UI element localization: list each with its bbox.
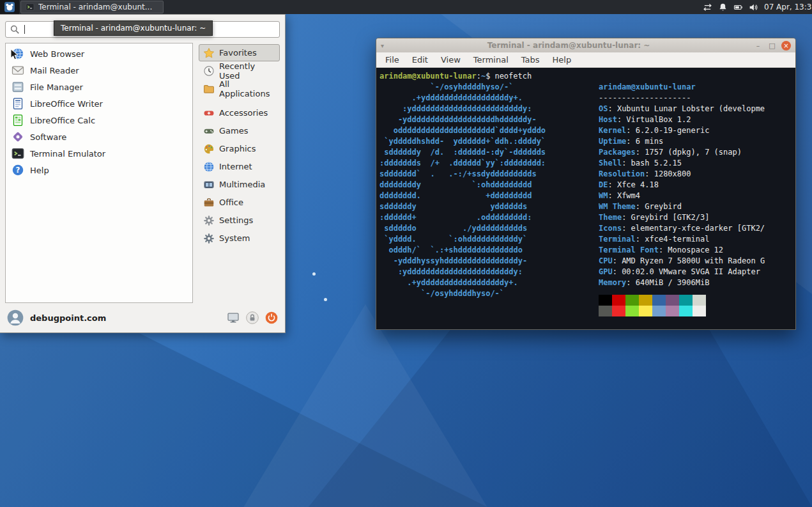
terminal-menu-view[interactable]: View (434, 54, 467, 66)
taskbar-window-button[interactable]: Terminal - arindam@xubunt... (20, 1, 164, 13)
xfce-menu-icon (4, 2, 15, 12)
category-multimedia[interactable]: Multimedia (199, 176, 280, 193)
category-label: Multimedia (219, 180, 265, 189)
neofetch-info-line: Host: VirtualBox 1.2 (599, 114, 794, 125)
minimize-button[interactable]: – (753, 41, 763, 51)
neofetch-info-line: WM: Xfwm4 (599, 191, 794, 201)
category-label: System (219, 233, 250, 243)
app-item-label: Mail Reader (30, 66, 79, 75)
palette-color (599, 295, 612, 306)
category-favorites[interactable]: Favorites (199, 44, 280, 61)
category-games[interactable]: Games (199, 122, 280, 139)
terminal-menu-tabs[interactable]: Tabs (515, 54, 546, 66)
network-icon[interactable] (703, 3, 712, 12)
app-item-label: Help (30, 166, 49, 175)
terminal-body[interactable]: arindam@xubuntu-lunar:~$neofetch `-/osyh… (376, 68, 795, 329)
app-list: Web BrowserMail ReaderFile ManagerLibreO… (5, 43, 193, 303)
applications-menu-button[interactable] (0, 0, 19, 14)
category-label: Graphics (219, 144, 256, 153)
neofetch-info-line: Icons: elementary-xfce-darker [GTK2/ (599, 223, 794, 234)
palette-color (612, 306, 625, 316)
tray-icons (703, 3, 758, 12)
app-item-terminal-emulator[interactable]: Terminal Emulator (8, 145, 190, 162)
search-tooltip: Terminal - arindam@xubuntu-lunar: ~ (54, 20, 213, 36)
prompt-separator: : (477, 72, 481, 81)
category-all-applications[interactable]: All Applications (199, 80, 280, 97)
category-settings[interactable]: Settings (199, 212, 280, 229)
window-menu-icon[interactable]: ▾ (381, 42, 384, 49)
terminal-menu-file[interactable]: File (379, 54, 406, 66)
neofetch-info-line: Kernel: 6.2.0-19-generic (599, 125, 794, 136)
terminal-menu-terminal[interactable]: Terminal (467, 54, 515, 66)
category-recently-used[interactable]: Recently Used (199, 62, 280, 79)
palette-color (693, 295, 706, 306)
neofetch-info-line: Shell: bash 5.2.15 (599, 158, 794, 169)
app-item-file-manager[interactable]: File Manager (8, 79, 190, 95)
palette-color (679, 306, 693, 316)
neofetch-info-column: arindam@xubuntu-lunar-------------------… (599, 82, 794, 316)
multimedia-icon (203, 179, 215, 191)
lock-screen-button[interactable] (246, 311, 259, 324)
app-item-label: Terminal Emulator (30, 149, 105, 159)
maximize-button[interactable]: □ (767, 41, 777, 51)
window-title: Terminal - arindam@xubuntu-lunar: ~ (388, 41, 749, 50)
palette-color (599, 306, 612, 316)
neofetch-info-line: Uptime: 6 mins (599, 136, 794, 147)
mail-reader-icon (11, 64, 24, 77)
category-system[interactable]: System (199, 230, 280, 247)
menu-footer: debugpoint.com (0, 303, 285, 332)
system-tray: 07 Apr, 13:31 (703, 0, 812, 14)
neofetch-output: `-/osyhddddhyso/-` .+ydddddddddddddddddd… (379, 82, 794, 316)
app-item-libreoffice-calc[interactable]: LibreOffice Calc (8, 112, 190, 129)
close-button[interactable]: × (781, 41, 791, 51)
whisker-menu: Web BrowserMail ReaderFile ManagerLibreO… (0, 14, 286, 333)
top-panel: Terminal - arindam@xubunt... 07 Apr, 13:… (0, 0, 812, 14)
category-office[interactable]: Office (199, 194, 280, 211)
neofetch-info-line: OS: Xubuntu Lunar Lobster (developme (599, 104, 794, 114)
clock[interactable]: 07 Apr, 13:31 (764, 3, 812, 12)
app-item-label: LibreOffice Writer (30, 99, 103, 109)
search-icon (10, 24, 20, 35)
menu-body: Web BrowserMail ReaderFile ManagerLibreO… (0, 43, 285, 303)
app-item-libreoffice-writer[interactable]: LibreOffice Writer (8, 95, 190, 112)
notification-bell-icon[interactable] (718, 3, 728, 12)
titlebar[interactable]: ▾ Terminal - arindam@xubuntu-lunar: ~ –□… (376, 38, 795, 52)
libreoffice-calc-icon (11, 114, 24, 127)
category-graphics[interactable]: Graphics (199, 140, 280, 157)
app-item-web-browser[interactable]: Web Browser (8, 45, 190, 62)
web-browser-icon (11, 47, 24, 60)
games-icon (203, 125, 215, 137)
neofetch-info-line: DE: Xfce 4.18 (599, 180, 794, 191)
category-accessories[interactable]: Accessories (199, 104, 280, 121)
neofetch-palette (599, 295, 794, 316)
app-item-label: File Manager (30, 82, 83, 92)
help-icon: ? (11, 164, 24, 176)
palette-color (639, 295, 652, 306)
file-manager-icon (11, 81, 24, 93)
neofetch-info-line: arindam@xubuntu-lunar (599, 82, 794, 93)
category-label: Office (219, 198, 243, 207)
palette-color (679, 295, 693, 306)
text-caret (24, 25, 25, 34)
volume-icon[interactable] (749, 3, 758, 12)
libreoffice-writer-icon (11, 97, 24, 110)
app-item-software[interactable]: Software (8, 129, 190, 145)
all-settings-button[interactable] (227, 311, 240, 324)
internet-icon (203, 161, 215, 173)
battery-icon[interactable] (733, 3, 743, 12)
office-icon (203, 197, 215, 208)
log-out-button[interactable] (265, 311, 278, 324)
recently-used-icon (203, 65, 215, 77)
terminal-menu-help[interactable]: Help (546, 54, 578, 66)
app-item-mail-reader[interactable]: Mail Reader (8, 62, 190, 79)
terminal-menu-edit[interactable]: Edit (406, 54, 434, 66)
terminal-window: ▾ Terminal - arindam@xubuntu-lunar: ~ –□… (376, 38, 796, 330)
neofetch-info: arindam@xubuntu-lunar-------------------… (599, 82, 794, 288)
terminal-menubar: FileEditViewTerminalTabsHelp (376, 52, 795, 68)
prompt-user-host: arindam@xubuntu-lunar (379, 72, 477, 81)
app-item-help[interactable]: ?Help (8, 162, 190, 178)
app-item-label: Web Browser (30, 49, 84, 59)
category-label: Internet (219, 162, 252, 171)
category-internet[interactable]: Internet (199, 158, 280, 175)
palette-color (666, 306, 679, 316)
